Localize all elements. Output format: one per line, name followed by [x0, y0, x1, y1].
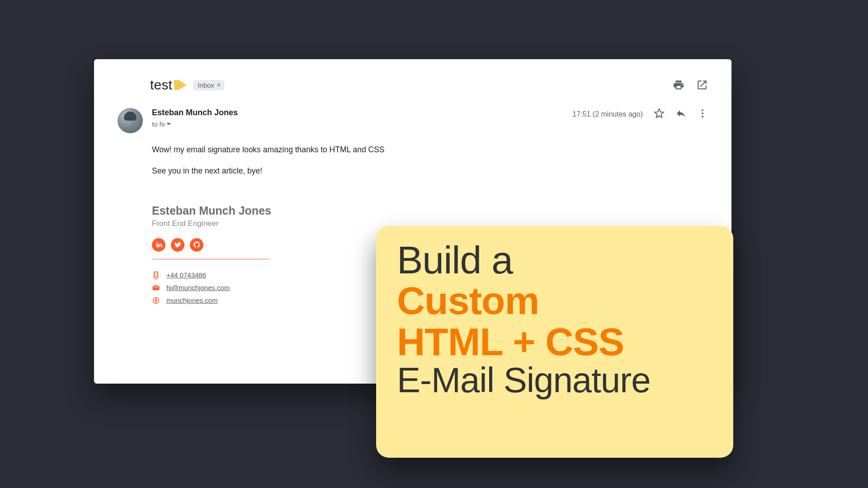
github-icon[interactable]	[190, 238, 203, 252]
avatar[interactable]	[118, 108, 143, 133]
important-marker-icon[interactable]	[179, 80, 187, 90]
phone-icon	[152, 271, 160, 279]
signature-name: Esteban Munch Jones	[152, 204, 708, 217]
signature-website-link[interactable]: munchjones.com	[166, 296, 217, 304]
promo-line-2: Custom	[397, 280, 712, 321]
promo-card: Build a Custom HTML + CSS E-Mail Signatu…	[376, 226, 733, 458]
star-icon[interactable]	[654, 108, 665, 121]
promo-line-1: Build a	[397, 239, 712, 280]
recipients-text: to hi	[152, 120, 165, 128]
promo-line-4: E-Mail Signature	[397, 362, 712, 399]
promo-line-3: HTML + CSS	[397, 321, 712, 362]
label-chip-inbox[interactable]: Inbox ×	[193, 80, 224, 90]
print-icon[interactable]	[673, 79, 684, 93]
message-header-row: Esteban Munch Jones to hi 17:51 (2 minut…	[118, 108, 708, 133]
signature-divider	[152, 259, 269, 259]
email-body-line: See you in the next article, bye!	[152, 165, 708, 177]
subject-row: test Inbox ×	[150, 77, 708, 93]
message-actions: 17:51 (2 minutes ago)	[572, 108, 708, 121]
email-body-line: Wow! my email signature looks amazing th…	[152, 144, 708, 155]
message-timestamp: 17:51 (2 minutes ago)	[572, 110, 643, 118]
close-icon[interactable]: ×	[217, 81, 221, 89]
svg-point-1	[702, 113, 703, 114]
signature-email-link[interactable]: hi@munchjones.com	[166, 284, 230, 291]
svg-point-0	[702, 109, 703, 111]
email-subject: test	[150, 77, 172, 93]
recipients-dropdown[interactable]: to hi	[152, 120, 171, 128]
sender-name: Esteban Munch Jones	[152, 108, 563, 117]
email-body: Wow! my email signature looks amazing th…	[152, 144, 708, 177]
signature-phone-link[interactable]: +44 0743486	[166, 271, 206, 279]
open-external-icon[interactable]	[696, 79, 708, 93]
message-meta: Esteban Munch Jones to hi	[152, 108, 563, 128]
twitter-icon[interactable]	[171, 238, 184, 252]
linkedin-icon[interactable]	[152, 238, 165, 252]
svg-point-2	[702, 116, 703, 117]
label-chip-text: Inbox	[198, 81, 214, 89]
chevron-down-icon	[166, 122, 171, 127]
globe-icon	[152, 296, 160, 305]
more-icon[interactable]	[697, 108, 708, 121]
mail-icon	[152, 284, 160, 292]
email-header-actions	[673, 79, 708, 93]
reply-icon[interactable]	[675, 108, 686, 121]
